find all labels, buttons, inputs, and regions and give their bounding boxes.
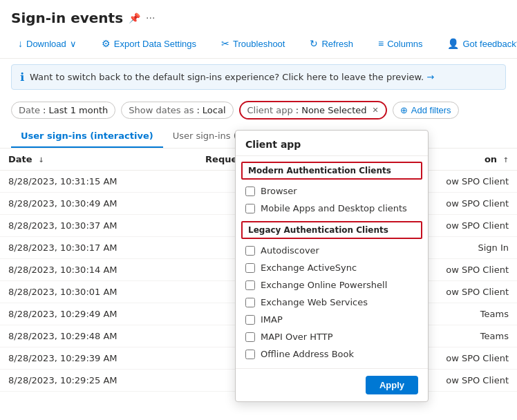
dropdown-item-imap[interactable]: IMAP xyxy=(236,311,428,328)
filter-bar: Date : Last 1 month Show dates as : Loca… xyxy=(0,95,517,125)
showdates-filter-value: Local xyxy=(203,105,226,115)
add-filters-button[interactable]: ⊕ Add filters xyxy=(393,102,459,119)
troubleshoot-icon: ✂ xyxy=(221,38,229,49)
more-icon[interactable]: ··· xyxy=(146,12,155,23)
dropdown-item-autodiscover[interactable]: Autodiscover xyxy=(236,242,428,259)
feedback-icon: 👤 xyxy=(447,38,459,49)
clientapp-filter-pill[interactable]: Client app : None Selected ✕ xyxy=(239,101,387,120)
cell-date: 8/28/2023, 10:29:25 AM xyxy=(0,370,197,392)
dropdown-item-browser[interactable]: Browser xyxy=(236,182,428,200)
checkbox-offline-address-book[interactable] xyxy=(245,350,255,359)
dropdown-header: Client app xyxy=(236,131,428,156)
checkbox-browser[interactable] xyxy=(245,187,255,196)
refresh-button[interactable]: ↻ Refresh xyxy=(303,35,360,52)
date-filter-value: Last 1 month xyxy=(48,105,108,115)
add-filter-icon: ⊕ xyxy=(400,105,408,115)
dropdown-item-mapi-over-http[interactable]: MAPI Over HTTP xyxy=(236,328,428,345)
dropdown-item-exchange-activesync[interactable]: Exchange ActiveSync xyxy=(236,259,428,276)
legacy-auth-section-label: Legacy Authentication Clients xyxy=(241,221,422,239)
info-banner: ℹ Want to switch back to the default sig… xyxy=(11,64,506,90)
dropdown-item-offline-address-book[interactable]: Offline Address Book xyxy=(236,345,428,363)
columns-button[interactable]: ≡ Columns xyxy=(371,35,429,52)
clientapp-dropdown: Client app Modern Authentication Clients… xyxy=(235,130,429,402)
banner-link[interactable]: → xyxy=(426,72,434,82)
checkbox-mobile-desktop[interactable] xyxy=(245,204,255,213)
col-date: Date ↓ xyxy=(0,149,197,171)
checkbox-imap[interactable] xyxy=(245,315,255,325)
dropdown-arrow-icon: ∨ xyxy=(70,39,77,49)
cell-date: 8/28/2023, 10:29:48 AM xyxy=(0,325,197,347)
checkbox-exchange-web-services[interactable] xyxy=(245,298,255,307)
cell-date: 8/28/2023, 10:29:49 AM xyxy=(0,303,197,325)
download-icon: ↓ xyxy=(18,38,23,49)
clientapp-filter-close[interactable]: ✕ xyxy=(373,106,379,115)
cell-date: 8/28/2023, 10:30:37 AM xyxy=(0,215,197,237)
checkbox-exchange-online-powershell[interactable] xyxy=(245,280,255,290)
tab-user-signins-interactive[interactable]: User sign-ins (interactive) xyxy=(11,125,163,148)
cell-date: 8/28/2023, 10:30:14 AM xyxy=(0,259,197,281)
showdates-filter-pill[interactable]: Show dates as : Local xyxy=(121,102,233,119)
toolbar: ↓ Download ∨ ⚙ Export Data Settings ✂ Tr… xyxy=(0,32,517,59)
cell-date: 8/28/2023, 10:31:15 AM xyxy=(0,171,197,193)
refresh-icon: ↻ xyxy=(310,38,318,49)
date-filter-label: Date xyxy=(19,105,40,115)
clientapp-filter-label: Client app xyxy=(247,105,293,115)
feedback-button[interactable]: 👤 Got feedback? xyxy=(440,35,517,52)
pin-icon[interactable]: 📌 xyxy=(129,12,140,23)
download-button[interactable]: ↓ Download ∨ xyxy=(11,35,84,52)
troubleshoot-button[interactable]: ✂ Troubleshoot xyxy=(214,35,292,52)
cell-date: 8/28/2023, 10:29:39 AM xyxy=(0,347,197,370)
dropdown-item-mobile-desktop[interactable]: Mobile Apps and Desktop clients xyxy=(236,200,428,217)
checkbox-mapi-over-http[interactable] xyxy=(245,332,255,342)
checkbox-autodiscover[interactable] xyxy=(245,246,255,256)
dropdown-body: Modern Authentication Clients Browser Mo… xyxy=(236,156,428,368)
modern-auth-section-label: Modern Authentication Clients xyxy=(241,162,422,180)
showdates-filter-label: Show dates as xyxy=(129,105,194,115)
date-sort-icon[interactable]: ↓ xyxy=(38,156,44,164)
cell-date: 8/28/2023, 10:30:49 AM xyxy=(0,193,197,215)
dropdown-item-exchange-web-services[interactable]: Exchange Web Services xyxy=(236,294,428,311)
clientapp-filter-value: None Selected xyxy=(301,105,366,115)
dropdown-footer: Apply xyxy=(236,368,428,401)
settings-icon: ⚙ xyxy=(102,38,111,49)
cell-date: 8/28/2023, 10:30:17 AM xyxy=(0,237,197,259)
app-sort-icon[interactable]: ↑ xyxy=(503,156,509,164)
export-data-settings-button[interactable]: ⚙ Export Data Settings xyxy=(95,35,203,52)
info-icon: ℹ xyxy=(20,70,24,84)
dropdown-item-exchange-online-powershell[interactable]: Exchange Online Powershell xyxy=(236,276,428,294)
page-header: Sign-in events 📌 ··· xyxy=(0,0,517,32)
banner-text: Want to switch back to the default sign-… xyxy=(30,72,434,82)
cell-date: 8/28/2023, 10:30:01 AM xyxy=(0,281,197,303)
columns-icon: ≡ xyxy=(378,38,384,49)
date-filter-pill[interactable]: Date : Last 1 month xyxy=(11,102,115,119)
apply-button[interactable]: Apply xyxy=(366,376,418,394)
checkbox-exchange-activesync[interactable] xyxy=(245,263,255,273)
page-title: Sign-in events xyxy=(11,10,123,26)
